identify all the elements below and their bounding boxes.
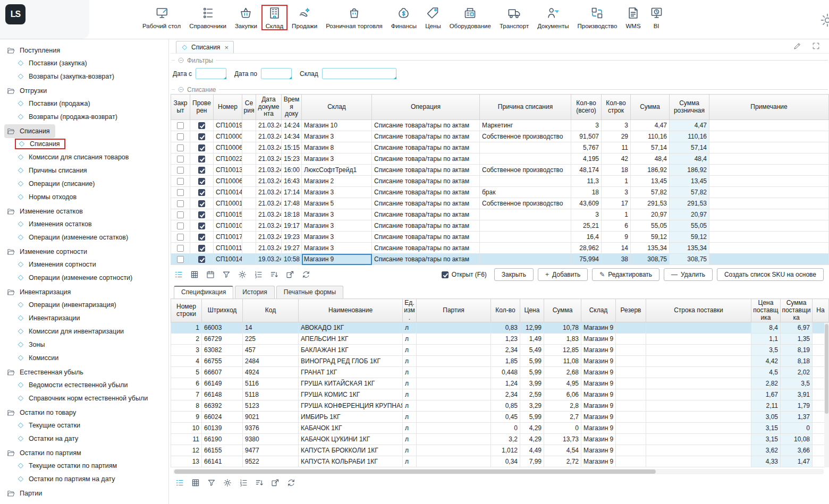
document-row[interactable]: СП10013421.03.2416:00ЛюксСофтТрейд1Списа… [171,165,829,176]
cell[interactable]: 4,95 [544,378,581,389]
cell[interactable] [190,187,214,198]
cell[interactable]: СП100159 [214,209,242,220]
cell[interactable]: 10,08 [781,434,813,445]
cell[interactable]: Магазин 3 [302,232,372,243]
cell[interactable] [171,198,190,209]
sidebar-item[interactable]: Зоны [4,339,166,352]
cell[interactable]: Списание товара/тары по актам [372,209,480,220]
cell[interactable]: СП100062 [214,176,242,187]
column-header[interactable]: Склад [581,299,616,322]
cell[interactable] [417,322,491,334]
cell[interactable] [242,131,256,142]
column-header[interactable]: Кол-во [491,299,520,322]
cell[interactable] [709,198,829,209]
cell[interactable]: 3,5 [751,345,781,356]
cell[interactable]: 4,29 [520,423,544,434]
cell[interactable]: 21.03.24 [256,165,282,176]
cell[interactable]: 21.03.24 [256,209,282,220]
cell[interactable] [242,187,256,198]
cell[interactable]: 38 [602,254,631,265]
cell[interactable] [709,142,829,153]
column-header[interactable]: Серия [242,95,256,120]
cell[interactable]: Магазин 9 [302,254,372,265]
cell[interactable]: 3,5 [781,378,813,389]
cell[interactable]: 110,16 [670,131,709,142]
cell[interactable] [242,165,256,176]
sidebar-item[interactable]: Операции (изменение сортности) [4,272,166,285]
cell[interactable] [616,412,646,423]
cell[interactable]: 48,4 [631,153,670,165]
cell[interactable]: 3 [602,187,631,198]
cell[interactable]: 21.03.24 [256,176,282,187]
cell[interactable]: 21.03.24 [256,187,282,198]
cell[interactable] [171,131,190,142]
cell[interactable] [190,232,214,243]
spec-row[interactable]: 363082457БАКЛАЖАН 1КГл2,345,4912,85Магаз… [171,345,829,356]
cell[interactable]: Магазин 8 [302,142,372,153]
cell[interactable]: л [403,400,417,412]
cell[interactable]: 4,49 [520,445,544,456]
cell[interactable]: 18:18 [282,209,302,220]
cell[interactable]: Списание товара/тары по актам [372,142,480,153]
cell[interactable]: 14 [243,322,299,334]
column-header[interactable]: Операция [372,95,480,120]
cell[interactable] [171,153,190,165]
document-row[interactable]: СП10006221.03.2416:43Магазин 2Списание т… [171,176,829,187]
verified-checkbox[interactable] [198,223,205,229]
column-header[interactable]: Штрихкод [202,299,243,322]
cell[interactable]: СП100068 [214,142,242,153]
cell[interactable]: 5,49 [520,345,544,356]
cell[interactable]: БАКЛАЖАН 1КГ [299,345,403,356]
cell[interactable]: 0,85 [491,400,520,412]
numlist-icon[interactable] [253,270,263,279]
cell[interactable]: 4,33 [751,456,781,467]
cell[interactable]: Магазин 3 [302,220,372,232]
nav-item[interactable]: Документы [533,5,573,30]
cell[interactable] [171,254,190,265]
cell[interactable]: 9477 [243,445,299,456]
cell[interactable]: ЛюксСофтТрейд1 [302,165,372,176]
cell[interactable] [616,389,646,400]
cell[interactable]: 6,97 [781,322,813,334]
column-header[interactable]: Примечание [709,95,829,120]
sidebar-item[interactable]: Операции (инвентаризация) [4,299,166,312]
cell[interactable]: 17:48 [282,198,302,209]
cell[interactable]: 43,609 [571,198,602,209]
cell[interactable]: 66149 [202,378,243,389]
cell[interactable]: 9 [171,412,202,423]
cell[interactable]: 18 [571,187,602,198]
cell[interactable]: 66155 [202,445,243,456]
cell[interactable]: 20,97 [631,209,670,220]
cell[interactable]: 291,53 [670,198,709,209]
cell[interactable]: л [403,322,417,334]
cell[interactable] [646,445,751,456]
cell[interactable]: Магазин 9 [581,356,616,367]
cell[interactable] [417,412,491,423]
cell[interactable]: 21.03.24 [256,220,282,232]
spec-row[interactable]: 266729225АПЕЛЬСИН 1КГл1,231,491,83Магази… [171,334,829,345]
cell[interactable] [171,232,190,243]
cell[interactable]: 0,45 [491,412,520,423]
cell[interactable] [242,254,256,265]
cell[interactable] [616,345,646,356]
verified-checkbox[interactable] [198,200,205,207]
cell[interactable]: 13,45 [631,176,670,187]
cell[interactable]: АПЕЛЬСИН 1КГ [299,334,403,345]
cell[interactable]: 1,35 [781,334,813,345]
cell[interactable] [190,120,214,131]
sidebar-group[interactable]: Отгрузки [4,84,52,98]
cell[interactable] [709,187,829,198]
cell[interactable]: 21.03.24 [256,198,282,209]
cell[interactable]: Списание товара/тары по актам [372,153,480,165]
add-button[interactable]: +Добавить [538,268,588,281]
settings-icon[interactable] [238,270,247,279]
document-row[interactable]: СП10017721.03.2419:23Магазин 3Списание т… [171,232,829,243]
sidebar-group[interactable]: Инвентаризация [4,285,76,299]
cell[interactable]: Списание товара/тары по актам [372,176,480,187]
nav-item[interactable]: Продажи [287,5,322,30]
cell[interactable]: СП100110 [214,243,242,254]
cell[interactable]: КАПУСТА БРОККОЛИ 1КГ [299,445,403,456]
document-row[interactable]: СП10022921.03.2415:23Магазин 3Списание т… [171,153,829,165]
spec-row[interactable]: 9660249021ИМБИРЬ 1КГл0,455,992,7Магазин … [171,412,829,423]
cell[interactable]: Магазин 9 [581,400,616,412]
